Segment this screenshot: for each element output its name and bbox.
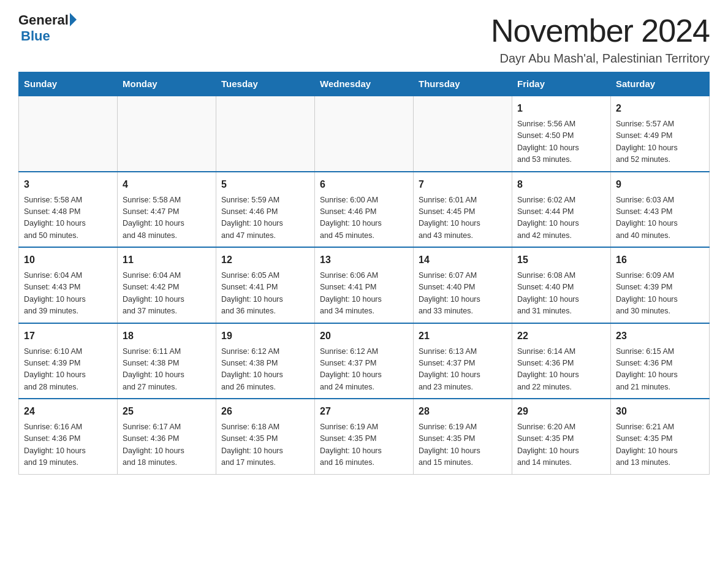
calendar-header-row: SundayMondayTuesdayWednesdayThursdayFrid… — [19, 72, 710, 96]
calendar-cell: 18Sunrise: 6:11 AMSunset: 4:38 PMDayligh… — [118, 323, 216, 399]
day-number: 3 — [24, 177, 112, 192]
day-number: 2 — [616, 101, 704, 116]
day-info: Sunrise: 6:19 AMSunset: 4:35 PMDaylight:… — [419, 421, 507, 469]
day-info: Sunrise: 6:01 AMSunset: 4:45 PMDaylight:… — [419, 194, 507, 242]
day-info: Sunrise: 5:59 AMSunset: 4:46 PMDaylight:… — [221, 194, 309, 242]
day-info: Sunrise: 6:16 AMSunset: 4:36 PMDaylight:… — [24, 421, 112, 469]
main-title: November 2024 — [491, 12, 710, 49]
day-number: 30 — [616, 404, 704, 419]
day-info: Sunrise: 6:14 AMSunset: 4:36 PMDaylight:… — [517, 346, 605, 394]
calendar-cell: 2Sunrise: 5:57 AMSunset: 4:49 PMDaylight… — [611, 96, 710, 172]
day-number: 12 — [221, 253, 309, 267]
day-number: 28 — [419, 404, 507, 419]
day-info: Sunrise: 6:15 AMSunset: 4:36 PMDaylight:… — [616, 346, 704, 394]
week-row-2: 3Sunrise: 5:58 AMSunset: 4:48 PMDaylight… — [19, 172, 710, 248]
week-row-1: 1Sunrise: 5:56 AMSunset: 4:50 PMDaylight… — [19, 96, 710, 172]
day-number: 19 — [221, 329, 309, 343]
day-info: Sunrise: 6:10 AMSunset: 4:39 PMDaylight:… — [24, 346, 112, 394]
calendar-cell: 16Sunrise: 6:09 AMSunset: 4:39 PMDayligh… — [611, 247, 710, 323]
day-info: Sunrise: 5:57 AMSunset: 4:49 PMDaylight:… — [616, 118, 704, 166]
calendar-cell — [315, 96, 414, 172]
logo: General Blue — [18, 12, 77, 44]
calendar: SundayMondayTuesdayWednesdayThursdayFrid… — [18, 72, 710, 475]
day-number: 10 — [24, 253, 112, 267]
day-info: Sunrise: 6:19 AMSunset: 4:35 PMDaylight:… — [320, 421, 408, 469]
day-info: Sunrise: 5:56 AMSunset: 4:50 PMDaylight:… — [517, 118, 605, 166]
day-number: 20 — [320, 329, 408, 343]
calendar-cell: 26Sunrise: 6:18 AMSunset: 4:35 PMDayligh… — [216, 399, 315, 474]
calendar-cell: 7Sunrise: 6:01 AMSunset: 4:45 PMDaylight… — [414, 172, 512, 248]
calendar-cell — [19, 96, 118, 172]
calendar-cell: 10Sunrise: 6:04 AMSunset: 4:43 PMDayligh… — [19, 247, 118, 323]
week-row-5: 24Sunrise: 6:16 AMSunset: 4:36 PMDayligh… — [19, 399, 710, 474]
day-info: Sunrise: 6:20 AMSunset: 4:35 PMDaylight:… — [517, 421, 605, 469]
calendar-cell: 21Sunrise: 6:13 AMSunset: 4:37 PMDayligh… — [414, 323, 512, 399]
calendar-cell: 8Sunrise: 6:02 AMSunset: 4:44 PMDaylight… — [512, 172, 611, 248]
day-number: 9 — [616, 177, 704, 192]
calendar-cell: 6Sunrise: 6:00 AMSunset: 4:46 PMDaylight… — [315, 172, 414, 248]
week-row-4: 17Sunrise: 6:10 AMSunset: 4:39 PMDayligh… — [19, 323, 710, 399]
calendar-cell: 27Sunrise: 6:19 AMSunset: 4:35 PMDayligh… — [315, 399, 414, 474]
logo-blue: Blue — [21, 28, 50, 44]
calendar-cell: 5Sunrise: 5:59 AMSunset: 4:46 PMDaylight… — [216, 172, 315, 248]
calendar-cell: 4Sunrise: 5:58 AMSunset: 4:47 PMDaylight… — [118, 172, 216, 248]
day-info: Sunrise: 6:05 AMSunset: 4:41 PMDaylight:… — [221, 270, 309, 318]
calendar-cell: 23Sunrise: 6:15 AMSunset: 4:36 PMDayligh… — [611, 323, 710, 399]
calendar-cell: 12Sunrise: 6:05 AMSunset: 4:41 PMDayligh… — [216, 247, 315, 323]
calendar-cell: 14Sunrise: 6:07 AMSunset: 4:40 PMDayligh… — [414, 247, 512, 323]
header: General Blue November 2024 Dayr Abu Mash… — [18, 12, 710, 66]
day-info: Sunrise: 6:21 AMSunset: 4:35 PMDaylight:… — [616, 421, 704, 469]
day-info: Sunrise: 6:04 AMSunset: 4:43 PMDaylight:… — [24, 270, 112, 318]
day-number: 24 — [24, 404, 112, 419]
day-number: 8 — [517, 177, 605, 192]
day-info: Sunrise: 6:12 AMSunset: 4:38 PMDaylight:… — [221, 346, 309, 394]
calendar-cell: 17Sunrise: 6:10 AMSunset: 4:39 PMDayligh… — [19, 323, 118, 399]
calendar-header-wednesday: Wednesday — [315, 72, 414, 96]
calendar-cell: 1Sunrise: 5:56 AMSunset: 4:50 PMDaylight… — [512, 96, 611, 172]
calendar-cell — [118, 96, 216, 172]
calendar-header-tuesday: Tuesday — [216, 72, 315, 96]
day-number: 1 — [517, 101, 605, 116]
day-info: Sunrise: 5:58 AMSunset: 4:48 PMDaylight:… — [24, 194, 112, 242]
day-info: Sunrise: 6:02 AMSunset: 4:44 PMDaylight:… — [517, 194, 605, 242]
calendar-cell: 20Sunrise: 6:12 AMSunset: 4:37 PMDayligh… — [315, 323, 414, 399]
day-info: Sunrise: 6:04 AMSunset: 4:42 PMDaylight:… — [123, 270, 211, 318]
day-info: Sunrise: 6:03 AMSunset: 4:43 PMDaylight:… — [616, 194, 704, 242]
calendar-cell: 25Sunrise: 6:17 AMSunset: 4:36 PMDayligh… — [118, 399, 216, 474]
calendar-cell: 29Sunrise: 6:20 AMSunset: 4:35 PMDayligh… — [512, 399, 611, 474]
day-info: Sunrise: 6:12 AMSunset: 4:37 PMDaylight:… — [320, 346, 408, 394]
day-number: 16 — [616, 253, 704, 267]
day-info: Sunrise: 6:11 AMSunset: 4:38 PMDaylight:… — [123, 346, 211, 394]
calendar-header-saturday: Saturday — [611, 72, 710, 96]
day-number: 18 — [123, 329, 211, 343]
calendar-cell: 22Sunrise: 6:14 AMSunset: 4:36 PMDayligh… — [512, 323, 611, 399]
subtitle: Dayr Abu Mash'al, Palestinian Territory — [491, 52, 710, 66]
calendar-cell: 9Sunrise: 6:03 AMSunset: 4:43 PMDaylight… — [611, 172, 710, 248]
calendar-header-sunday: Sunday — [19, 72, 118, 96]
day-info: Sunrise: 6:13 AMSunset: 4:37 PMDaylight:… — [419, 346, 507, 394]
day-info: Sunrise: 5:58 AMSunset: 4:47 PMDaylight:… — [123, 194, 211, 242]
day-number: 11 — [123, 253, 211, 267]
logo-general: General — [18, 12, 69, 28]
day-number: 15 — [517, 253, 605, 267]
day-number: 25 — [123, 404, 211, 419]
day-info: Sunrise: 6:18 AMSunset: 4:35 PMDaylight:… — [221, 421, 309, 469]
day-info: Sunrise: 6:08 AMSunset: 4:40 PMDaylight:… — [517, 270, 605, 318]
day-number: 6 — [320, 177, 408, 192]
day-info: Sunrise: 6:09 AMSunset: 4:39 PMDaylight:… — [616, 270, 704, 318]
day-number: 5 — [221, 177, 309, 192]
logo-triangle-icon — [70, 13, 77, 26]
calendar-header-friday: Friday — [512, 72, 611, 96]
calendar-cell: 13Sunrise: 6:06 AMSunset: 4:41 PMDayligh… — [315, 247, 414, 323]
day-number: 13 — [320, 253, 408, 267]
title-area: November 2024 Dayr Abu Mash'al, Palestin… — [491, 12, 710, 66]
day-number: 21 — [419, 329, 507, 343]
day-number: 26 — [221, 404, 309, 419]
week-row-3: 10Sunrise: 6:04 AMSunset: 4:43 PMDayligh… — [19, 247, 710, 323]
day-number: 7 — [419, 177, 507, 192]
day-number: 14 — [419, 253, 507, 267]
calendar-cell: 24Sunrise: 6:16 AMSunset: 4:36 PMDayligh… — [19, 399, 118, 474]
calendar-cell: 11Sunrise: 6:04 AMSunset: 4:42 PMDayligh… — [118, 247, 216, 323]
calendar-cell: 30Sunrise: 6:21 AMSunset: 4:35 PMDayligh… — [611, 399, 710, 474]
day-number: 17 — [24, 329, 112, 343]
